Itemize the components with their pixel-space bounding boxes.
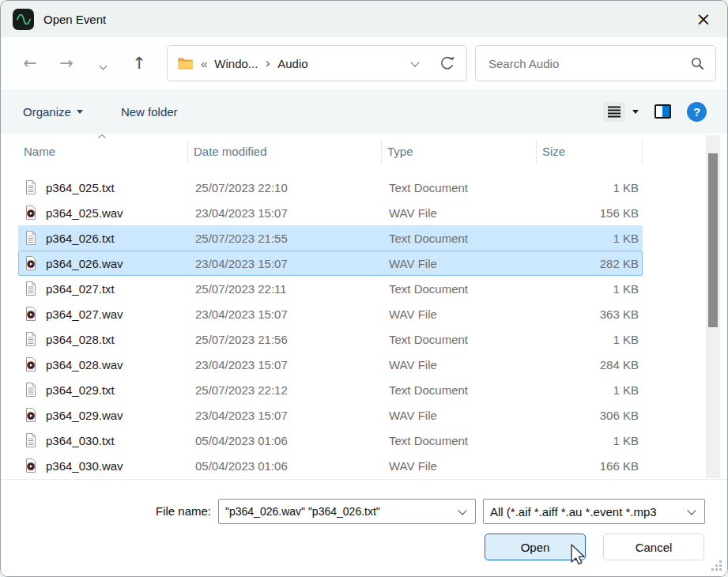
search-icon[interactable] — [691, 57, 704, 70]
file-name: p364_028.txt — [46, 333, 115, 346]
scrollbar-thumb[interactable] — [708, 153, 718, 327]
file-size: 1 KB — [538, 383, 643, 397]
close-icon: × — [696, 9, 711, 29]
help-button[interactable]: ? — [687, 102, 707, 122]
sort-ascending-icon — [97, 134, 107, 139]
chevron-down-icon — [99, 62, 107, 70]
breadcrumb-current[interactable]: Audio — [277, 57, 307, 70]
refresh-icon[interactable] — [439, 55, 455, 72]
file-row[interactable]: p364_030.wav 05/04/2023 01:06 WAV File 1… — [18, 453, 643, 478]
audio-file-icon — [25, 356, 37, 372]
list-view-icon — [603, 102, 625, 122]
file-date: 23/04/2023 15:07 — [189, 307, 383, 321]
file-type: WAV File — [383, 206, 538, 220]
address-dropdown-icon[interactable] — [410, 58, 419, 66]
file-name: p364_026.txt — [46, 232, 115, 245]
file-row[interactable]: p364_030.txt 05/04/2023 01:06 Text Docum… — [18, 428, 643, 453]
file-date: 23/04/2023 15:07 — [189, 409, 383, 422]
up-icon: ↑ — [132, 54, 146, 73]
breadcrumb-separator-icon[interactable]: › — [265, 55, 270, 71]
change-view-button[interactable] — [603, 102, 639, 122]
recent-locations-button[interactable] — [85, 54, 121, 73]
new-folder-label: New folder — [121, 105, 178, 119]
search-box[interactable] — [475, 45, 716, 81]
file-row[interactable]: p364_028.txt 25/07/2023 21:56 Text Docum… — [18, 326, 643, 352]
file-size: 282 KB — [538, 257, 643, 270]
file-row-selected-focused[interactable]: p364_026.wav 23/04/2023 15:07 WAV File 2… — [18, 251, 643, 276]
folder-icon — [177, 57, 194, 70]
file-size: 166 KB — [538, 459, 643, 473]
file-date: 25/07/2023 22:11 — [189, 282, 383, 296]
file-size: 1 KB — [538, 333, 643, 346]
close-button[interactable]: × — [689, 6, 718, 32]
column-header-date-modified[interactable]: Date modified — [188, 139, 382, 164]
file-name: p364_025.txt — [46, 181, 115, 194]
address-bar[interactable]: « Windo... › Audio — [167, 45, 467, 81]
sine-wave-icon — [17, 14, 31, 25]
new-folder-button[interactable]: New folder — [121, 105, 178, 119]
file-row[interactable]: p364_029.txt 25/07/2023 22:12 Text Docum… — [18, 377, 643, 402]
breadcrumb-collapse[interactable]: « — [201, 57, 207, 70]
audio-file-icon — [25, 306, 37, 322]
file-date: 05/04/2023 01:06 — [189, 459, 383, 473]
file-row[interactable]: p364_025.txt 25/07/2023 22:10 Text Docum… — [18, 175, 643, 200]
nav-buttons: ← → ↑ — [12, 37, 157, 89]
file-name: p364_030.wav — [46, 459, 123, 473]
file-type-filter-dropdown[interactable]: All (*.aif *.aiff *.au *.event *.mp3 — [483, 499, 705, 524]
file-row[interactable]: p364_025.wav 23/04/2023 15:07 WAV File 1… — [18, 200, 643, 225]
vertical-scrollbar[interactable] — [706, 135, 720, 478]
forward-button[interactable]: → — [48, 54, 85, 73]
file-row[interactable]: p364_028.wav 23/04/2023 15:07 WAV File 2… — [18, 352, 643, 377]
file-name-label: File name: — [156, 504, 211, 518]
column-header-size[interactable]: Size — [537, 139, 643, 164]
caret-down-icon — [632, 110, 639, 114]
column-header-type[interactable]: Type — [382, 139, 537, 164]
chevron-down-icon[interactable] — [458, 506, 466, 515]
up-button[interactable]: ↑ — [121, 54, 157, 73]
column-header-name[interactable]: Name — [18, 139, 188, 164]
navigation-bar: ← → ↑ « Windo... › Audio — [1, 37, 727, 89]
back-button[interactable]: ← — [12, 54, 48, 73]
file-date: 05/04/2023 01:06 — [189, 434, 383, 447]
file-name: p364_028.wav — [46, 358, 123, 371]
audio-file-icon — [25, 407, 37, 423]
file-row[interactable]: p364_029.wav 23/04/2023 15:07 WAV File 3… — [18, 402, 643, 428]
file-type: WAV File — [383, 459, 538, 473]
column-header-row: Name Date modified Type Size — [1, 134, 643, 170]
title-bar: Open Event × — [1, 1, 727, 37]
app-icon — [13, 9, 34, 30]
organize-label: Organize — [23, 105, 71, 119]
file-type: Text Document — [383, 181, 538, 194]
file-type: Text Document — [383, 383, 538, 397]
text-document-icon — [25, 331, 37, 347]
file-name: p364_030.txt — [46, 434, 115, 447]
file-type: Text Document — [383, 232, 538, 245]
text-document-icon — [25, 179, 37, 195]
file-date: 23/04/2023 15:07 — [189, 257, 383, 270]
file-size: 156 KB — [538, 206, 643, 220]
file-type: Text Document — [383, 434, 538, 447]
file-date: 23/04/2023 15:07 — [189, 206, 383, 220]
file-date: 25/07/2023 22:10 — [189, 181, 383, 194]
window-title: Open Event — [43, 13, 106, 26]
command-toolbar: Organize New folder ? — [1, 89, 727, 134]
file-list: p364_025.txt 25/07/2023 22:10 Text Docum… — [1, 175, 727, 478]
preview-pane-icon[interactable] — [654, 104, 671, 119]
file-row[interactable]: p364_027.wav 23/04/2023 15:07 WAV File 3… — [18, 301, 643, 326]
caret-down-icon — [77, 110, 83, 114]
file-name-combobox[interactable] — [218, 499, 476, 524]
chevron-down-icon[interactable] — [687, 506, 696, 515]
cancel-button[interactable]: Cancel — [603, 534, 704, 560]
organize-menu-button[interactable]: Organize — [23, 105, 83, 119]
forward-icon: → — [59, 54, 74, 73]
file-name-input[interactable] — [219, 505, 459, 518]
file-type: Text Document — [383, 333, 538, 346]
resize-grip[interactable] — [711, 560, 722, 571]
breadcrumb-parent[interactable]: Windo... — [214, 57, 258, 70]
open-button[interactable]: Open — [485, 534, 586, 560]
search-input[interactable] — [487, 56, 691, 71]
filter-value: All (*.aif *.aiff *.au *.event *.mp3 — [484, 505, 688, 519]
file-row[interactable]: p364_027.txt 25/07/2023 22:11 Text Docum… — [18, 276, 643, 301]
file-row-selected[interactable]: p364_026.txt 25/07/2023 21:55 Text Docum… — [18, 225, 643, 251]
file-type: Text Document — [383, 282, 538, 296]
